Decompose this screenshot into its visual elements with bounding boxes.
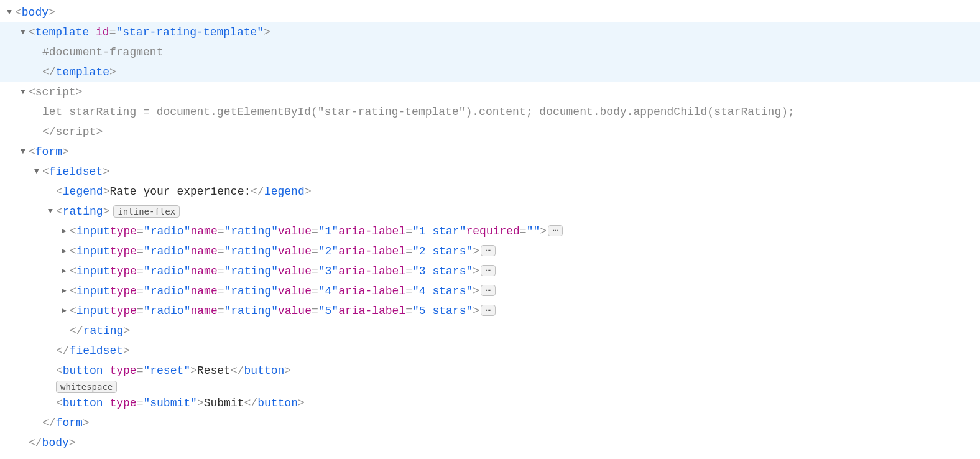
attr-name: aria-label xyxy=(338,281,405,301)
whitespace-badge[interactable]: whitespace xyxy=(56,381,117,393)
tag-name: input xyxy=(76,301,110,321)
tag-name: button xyxy=(63,361,103,381)
attr-value: "submit" xyxy=(143,393,196,413)
dom-node-button-submit[interactable]: <button type="submit">Submit</button> xyxy=(0,393,980,413)
dom-node-input[interactable]: ▶<input type="radio" name="rating" value… xyxy=(0,261,980,281)
attr-name: value xyxy=(278,301,312,321)
dom-node-input[interactable]: ▶<input type="radio" name="rating" value… xyxy=(0,241,980,261)
text-node: Submit xyxy=(204,393,244,413)
dom-node-document-fragment[interactable]: #document-fragment xyxy=(0,42,980,62)
disclosure-down-icon[interactable]: ▼ xyxy=(32,162,41,182)
attr-value: "rating" xyxy=(224,241,278,261)
attr-name: aria-label xyxy=(338,241,405,261)
dom-node-fieldset[interactable]: ▼ <fieldset> xyxy=(0,162,980,182)
dom-node-legend[interactable]: <legend>Rate your experience:</legend> xyxy=(0,182,980,202)
attr-name: name xyxy=(190,281,217,301)
ellipsis-badge[interactable]: ⋯ xyxy=(481,305,496,316)
attr-name: value xyxy=(278,221,312,241)
attr-value: "radio" xyxy=(144,241,191,261)
tag-name: fieldset xyxy=(70,341,123,361)
attr-value: "" xyxy=(527,221,540,241)
attr-value: "1 star" xyxy=(412,221,466,241)
attr-value: "rating" xyxy=(224,301,278,321)
dom-node-fieldset-close[interactable]: </fieldset> xyxy=(0,341,980,361)
ellipsis-badge[interactable]: ⋯ xyxy=(481,245,496,256)
dom-node-input[interactable]: ▶<input type="radio" name="rating" value… xyxy=(0,221,980,241)
attr-name: name xyxy=(190,261,217,281)
attr-value: "3 stars" xyxy=(412,261,473,281)
disclosure-down-icon[interactable]: ▼ xyxy=(19,22,27,42)
dom-node-template-close[interactable]: </template> xyxy=(0,62,980,82)
tag-name: button xyxy=(244,361,285,381)
disclosure-down-icon[interactable]: ▼ xyxy=(5,2,14,22)
tag-name: input xyxy=(76,241,110,261)
tag-name: legend xyxy=(63,182,103,202)
attr-value: "4" xyxy=(318,281,338,301)
attr-value: "4 stars" xyxy=(412,281,473,301)
attr-value: "3" xyxy=(318,261,338,281)
tag-name: button xyxy=(63,393,103,413)
ellipsis-badge[interactable]: ⋯ xyxy=(548,225,563,236)
display-badge[interactable]: inline-flex xyxy=(113,205,180,218)
disclosure-right-icon[interactable]: ▶ xyxy=(60,301,68,321)
dom-node-form-close[interactable]: </form> xyxy=(0,413,980,433)
dom-node-body-close[interactable]: </body> xyxy=(0,433,980,453)
dom-node-script-content[interactable]: let starRating = document.getElementById… xyxy=(0,102,980,122)
disclosure-right-icon[interactable]: ▶ xyxy=(60,261,68,281)
dom-node-whitespace[interactable]: whitespace xyxy=(0,381,980,393)
attr-value: "reset" xyxy=(143,361,190,381)
disclosure-down-icon[interactable]: ▼ xyxy=(19,142,27,162)
tag-name: form xyxy=(56,413,83,433)
dom-node-body[interactable]: ▼ <body> xyxy=(0,2,980,22)
tag-name: form xyxy=(35,142,62,162)
tag-name: input xyxy=(76,261,110,281)
attr-name: type xyxy=(110,281,137,301)
dom-node-button-reset[interactable]: <button type="reset">Reset</button> xyxy=(0,361,980,381)
ellipsis-badge[interactable]: ⋯ xyxy=(481,265,496,276)
attr-name: name xyxy=(190,221,217,241)
disclosure-right-icon[interactable]: ▶ xyxy=(60,281,68,301)
ellipsis-badge[interactable]: ⋯ xyxy=(481,285,496,296)
attr-name: name xyxy=(190,241,217,261)
attr-name: required xyxy=(466,221,519,241)
document-fragment-label: #document-fragment xyxy=(42,42,163,62)
attr-value: "5" xyxy=(318,301,338,321)
dom-node-rating[interactable]: ▼ <rating> inline-flex xyxy=(0,202,980,221)
attr-name: id xyxy=(96,22,109,42)
disclosure-right-icon[interactable]: ▶ xyxy=(60,221,68,241)
attr-value: "1" xyxy=(318,221,338,241)
attr-value: "radio" xyxy=(144,281,191,301)
attr-value: "radio" xyxy=(144,221,191,241)
dom-node-input[interactable]: ▶<input type="radio" name="rating" value… xyxy=(0,301,980,321)
tag-name: body xyxy=(22,2,49,22)
attr-value: "2" xyxy=(318,241,338,261)
attr-value: "radio" xyxy=(144,261,191,281)
tag-name: button xyxy=(257,393,298,413)
tag-name: input xyxy=(76,281,110,301)
dom-node-rating-close[interactable]: </rating> xyxy=(0,321,980,341)
attr-value: "rating" xyxy=(224,261,278,281)
disclosure-down-icon[interactable]: ▼ xyxy=(46,202,55,221)
text-node: Reset xyxy=(197,361,231,381)
attr-name: value xyxy=(278,261,312,281)
tag-name: template xyxy=(56,62,109,82)
dom-node-form[interactable]: ▼ <form> xyxy=(0,142,980,162)
attr-name: type xyxy=(109,361,136,381)
tag-name: script xyxy=(56,122,96,142)
dom-node-input[interactable]: ▶<input type="radio" name="rating" value… xyxy=(0,281,980,301)
attr-name: type xyxy=(110,301,137,321)
tag-name: rating xyxy=(63,202,103,221)
attr-value: "radio" xyxy=(144,301,191,321)
disclosure-down-icon[interactable]: ▼ xyxy=(19,82,27,102)
tag-name: legend xyxy=(264,182,305,202)
attr-name: aria-label xyxy=(338,261,405,281)
attr-value: "5 stars" xyxy=(412,301,473,321)
tag-name: script xyxy=(35,82,76,102)
dom-node-script-close[interactable]: </script> xyxy=(0,122,980,142)
dom-node-script[interactable]: ▼ <script> xyxy=(0,82,980,102)
disclosure-right-icon[interactable]: ▶ xyxy=(60,241,68,261)
tag-name: input xyxy=(76,221,110,241)
attr-value: "star-rating-template" xyxy=(116,22,264,42)
attr-name: aria-label xyxy=(338,301,405,321)
dom-node-template[interactable]: ▼ <template id="star-rating-template"> xyxy=(0,22,980,42)
